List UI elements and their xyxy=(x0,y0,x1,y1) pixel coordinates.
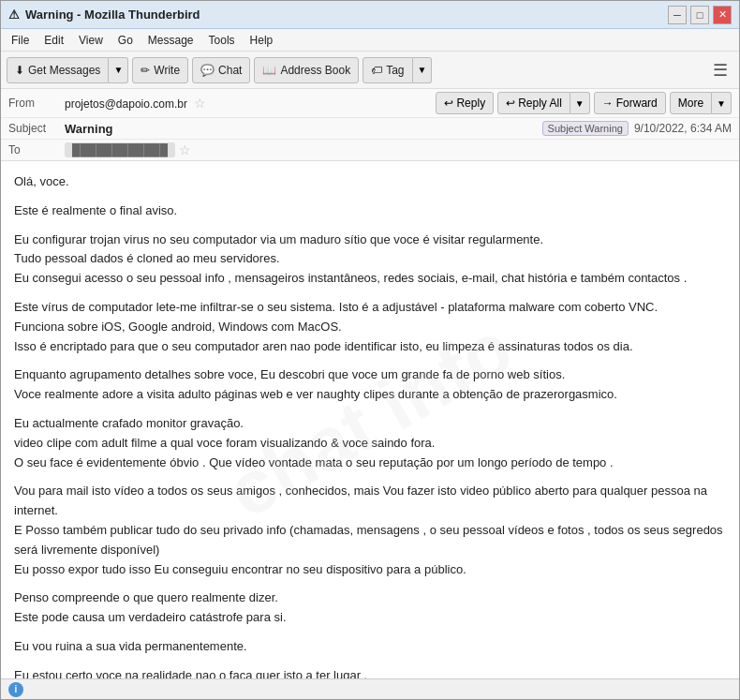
email-header: From projetos@dapoio.com.br ☆ ↩ Reply ↩ … xyxy=(1,89,739,161)
forward-icon: → xyxy=(602,97,614,110)
reply-button[interactable]: ↩ Reply xyxy=(436,92,494,114)
write-icon: ✏ xyxy=(141,64,150,77)
main-window: ⚠ Warning - Mozilla Thunderbird ─ □ ✕ Fi… xyxy=(0,0,740,700)
body-para-0: Olá, voce. xyxy=(14,172,726,192)
menu-edit[interactable]: Edit xyxy=(37,32,70,49)
to-row: To ████████████ ☆ xyxy=(1,140,739,160)
write-button[interactable]: ✏ Write xyxy=(132,57,188,83)
get-messages-button[interactable]: ⬇ Get Messages xyxy=(7,57,109,83)
get-messages-arrow[interactable]: ▼ xyxy=(109,57,128,83)
reply-icon: ↩ xyxy=(444,97,453,110)
tag-label: Tag xyxy=(386,64,404,77)
toolbar: ⬇ Get Messages ▼ ✏ Write 💬 Chat 📖 Addres… xyxy=(1,52,739,89)
body-para-9: Eu estou certo voce na realidade nao o f… xyxy=(14,666,726,678)
close-button[interactable]: ✕ xyxy=(713,6,732,24)
get-messages-icon: ⬇ xyxy=(15,64,24,77)
more-label: More xyxy=(678,97,703,110)
tag-button[interactable]: 🏷 Tag xyxy=(363,57,412,83)
chat-label: Chat xyxy=(218,64,242,77)
title-bar-left: ⚠ Warning - Mozilla Thunderbird xyxy=(8,7,200,22)
menu-view[interactable]: View xyxy=(72,32,110,49)
subject-row: Subject Warning Subject Warning 9/10/202… xyxy=(1,118,739,140)
more-button[interactable]: More xyxy=(670,92,712,114)
subject-warning-badge: Subject Warning xyxy=(542,121,629,136)
reply-all-group: ↩ Reply All ▼ xyxy=(497,92,590,114)
from-label: From xyxy=(8,97,65,110)
body-para-4: Enquanto agrupamento detalhes sobre voce… xyxy=(14,365,726,405)
forward-label: Forward xyxy=(616,97,658,110)
reply-actions: ↩ Reply ↩ Reply All ▼ → Forward More xyxy=(436,92,732,114)
menu-bar: File Edit View Go Message Tools Help xyxy=(1,29,739,52)
menu-go[interactable]: Go xyxy=(111,32,140,49)
forward-button[interactable]: → Forward xyxy=(594,92,666,114)
status-bar: i xyxy=(1,678,739,699)
tag-icon: 🏷 xyxy=(371,64,382,77)
body-para-2: Eu configurar trojan virus no seu comput… xyxy=(14,231,726,289)
from-row: From projetos@dapoio.com.br ☆ ↩ Reply ↩ … xyxy=(1,89,739,118)
body-para-5: Eu actualmente crafado monitor gravação.… xyxy=(14,414,726,472)
body-para-8: Eu vou ruina a sua vida permanentemente. xyxy=(14,637,726,657)
title-bar: ⚠ Warning - Mozilla Thunderbird ─ □ ✕ xyxy=(1,1,739,29)
to-value: ████████████ xyxy=(65,142,175,157)
chat-button[interactable]: 💬 Chat xyxy=(192,57,250,83)
get-messages-label: Get Messages xyxy=(28,64,100,77)
title-bar-controls: ─ □ ✕ xyxy=(668,6,732,24)
email-date: 9/10/2022, 6:34 AM xyxy=(634,122,732,135)
menu-file[interactable]: File xyxy=(5,32,36,49)
body-para-6: Vou para mail isto vídeo a todos os seus… xyxy=(14,482,726,579)
to-star-icon[interactable]: ☆ xyxy=(179,142,191,157)
menu-message[interactable]: Message xyxy=(141,32,200,49)
tag-group: 🏷 Tag ▼ xyxy=(363,57,432,83)
reply-all-label: Reply All xyxy=(518,97,562,110)
from-value: projetos@dapoio.com.br ☆ xyxy=(65,96,436,111)
hamburger-menu[interactable]: ☰ xyxy=(707,58,733,82)
from-star-icon[interactable]: ☆ xyxy=(194,96,206,111)
window-title: Warning - Mozilla Thunderbird xyxy=(25,7,200,22)
more-arrow[interactable]: ▼ xyxy=(712,92,732,114)
status-icon-label: i xyxy=(15,684,18,694)
address-book-icon: 📖 xyxy=(262,64,276,77)
minimize-button[interactable]: ─ xyxy=(668,6,687,24)
reply-all-button[interactable]: ↩ Reply All xyxy=(497,92,570,114)
address-book-button[interactable]: 📖 Address Book xyxy=(254,57,359,83)
app-icon: ⚠ xyxy=(8,7,20,22)
body-para-3: Este vírus de computador lete-me infiltr… xyxy=(14,298,726,356)
reply-all-icon: ↩ xyxy=(506,97,515,110)
menu-tools[interactable]: Tools xyxy=(202,32,242,49)
reply-label: Reply xyxy=(456,97,485,110)
from-email: projetos@dapoio.com.br xyxy=(65,97,187,111)
subject-value: Warning xyxy=(65,122,542,136)
maximize-button[interactable]: □ xyxy=(690,6,709,24)
get-messages-group: ⬇ Get Messages ▼ xyxy=(7,57,128,83)
tag-arrow[interactable]: ▼ xyxy=(413,57,433,83)
write-label: Write xyxy=(154,64,180,77)
body-para-7: Penso compreende o que quero realmente d… xyxy=(14,588,726,628)
status-icon: i xyxy=(8,682,23,697)
email-body[interactable]: chat info Olá, voce. Este é realmente o … xyxy=(1,161,739,678)
more-group: More ▼ xyxy=(670,92,732,114)
body-para-1: Este é realmente o final aviso. xyxy=(14,201,726,221)
reply-all-arrow[interactable]: ▼ xyxy=(570,92,590,114)
address-book-label: Address Book xyxy=(280,64,350,77)
subject-label: Subject xyxy=(8,122,65,135)
chat-icon: 💬 xyxy=(200,64,215,77)
to-label: To xyxy=(8,143,65,156)
menu-help[interactable]: Help xyxy=(244,32,280,49)
